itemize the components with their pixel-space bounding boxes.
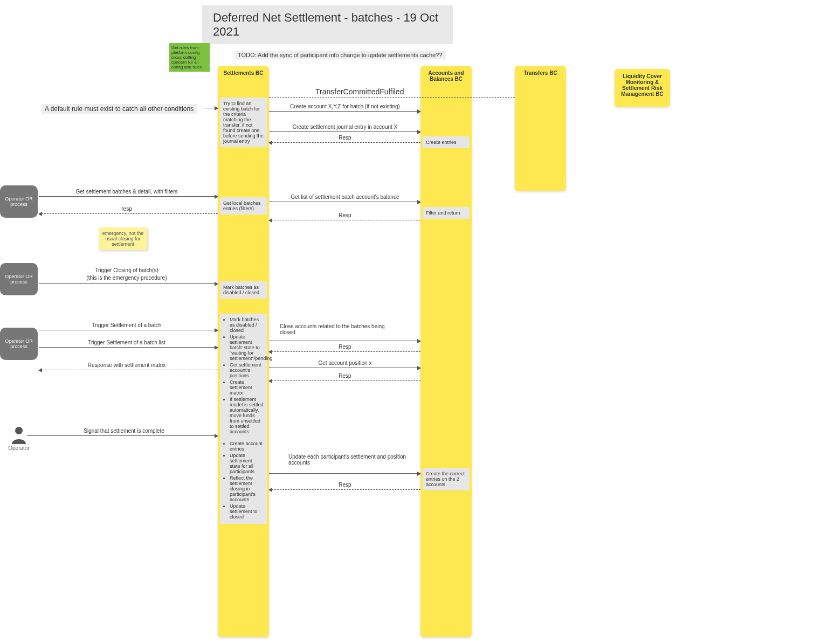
arrow-resp-update [269, 489, 420, 490]
arrow-trigger-settle [39, 330, 218, 330]
arrow-event [269, 97, 515, 98]
lane-transfers: Transfers BC [515, 66, 566, 191]
list-item: Mark batches as disabled / closed [230, 317, 264, 333]
todo-note: TODO: Add the sync of participant info c… [234, 51, 446, 59]
msg-resp-close: Resp [271, 344, 419, 350]
actor-operator-process-1: Operator OR process [0, 185, 38, 218]
arrow-get-balance [269, 202, 420, 202]
msg-get-batches: Get settlement batches & detail, with fi… [43, 189, 210, 195]
arrow-resp1 [39, 213, 218, 214]
lane-liquidity-header: Liquidity Cover Monitoring & Settlement … [615, 69, 670, 101]
arrow-resp-balance [269, 220, 420, 220]
event-transfer-committed: TransferCommittedFulfiled [315, 87, 404, 96]
msg-resp-matrix: Response with settlement matrix [43, 362, 210, 368]
box-create-entries: Create entries [423, 136, 470, 148]
box-settlement-steps-2: Create account entries Update settlement… [220, 438, 267, 524]
list-item: Update settlement to closed [230, 503, 264, 520]
arrow-resp-matrix [39, 370, 218, 370]
list-item: Create settlement matrix [230, 379, 264, 396]
arrow-get-position [269, 368, 420, 368]
box-get-local: Get local batches entries (filters) [220, 197, 267, 214]
msg-get-position: Get account position x [271, 360, 419, 366]
svg-point-0 [15, 427, 23, 434]
msg-close-accounts: Close accounts related to the batches be… [280, 323, 398, 335]
list-item: Reflect the settlement closing in partic… [230, 475, 264, 502]
arrow-trigger-settle-list [39, 347, 218, 348]
box-settlement-steps-1: Mark batches as disabled / closed Update… [220, 314, 267, 439]
list-item: Update settlement batch' state to "waiti… [230, 334, 264, 361]
msg-resp1: resp [43, 206, 210, 212]
emergency-sticky: emergency, not the usual closing for set… [99, 227, 147, 250]
msg-resp-journal: Resp [271, 135, 419, 141]
actor-operator-process-3: Operator OR process [0, 328, 38, 360]
lane-settlements-header: Settlements BC [218, 66, 269, 80]
list-item: If settlement model is settled automatic… [230, 397, 264, 434]
arrow-resp-close [269, 351, 420, 352]
list-item: Update settlement state for all particip… [230, 453, 264, 474]
lane-accounts: Accounts and Balances BC [420, 66, 472, 637]
msg-update-participants: Update each participant's settlement and… [288, 454, 412, 466]
arrow-default-rule [203, 108, 218, 108]
list-item: Get settlement account's positions [230, 362, 264, 378]
diagram-title: Deferred Net Settlement - batches - 19 O… [202, 5, 453, 44]
box-create-correct: Create the correct entries on the 2 acco… [423, 468, 470, 490]
lane-liquidity: Liquidity Cover Monitoring & Settlement … [615, 69, 670, 107]
msg-trigger-closing-sub: (this is the emergency procedure) [43, 275, 210, 281]
actor-operator-label: Operator [8, 445, 29, 451]
msg-get-balance: Get list of settlement batch account's b… [271, 194, 419, 200]
box-find-batch: Try to find an existing batch for the cr… [220, 98, 267, 147]
msg-resp-position: Resp [271, 373, 419, 379]
msg-trigger-closing: Trigger Closing of batch(s) [43, 267, 210, 273]
arrow-resp-position [269, 380, 420, 381]
msg-create-account: Create account X,Y,Z for batch (if not e… [271, 103, 419, 109]
box-mark-disabled: Mark batches as disabled / closed [220, 281, 267, 299]
arrow-create-journal [269, 131, 420, 132]
user-icon [11, 426, 27, 444]
lane-transfers-header: Transfers BC [515, 66, 566, 80]
msg-resp-balance: Resp [271, 212, 419, 218]
arrow-get-batches [39, 196, 218, 197]
green-note: Get rules from platform config cross-cut… [169, 43, 210, 72]
actor-operator: Operator [5, 426, 32, 463]
msg-signal-complete: Signal that settlement is complete [32, 428, 216, 434]
msg-create-journal: Create settlement journal entry in accou… [271, 124, 419, 130]
box-filter-return: Filter and return [423, 207, 470, 219]
default-rule-note: A default rule must exist to catch all o… [42, 104, 197, 114]
msg-trigger-settle: Trigger Settlement of a batch [43, 322, 210, 328]
arrow-update-participants [269, 473, 420, 474]
arrow-create-account [269, 111, 420, 112]
arrow-signal-complete [27, 435, 218, 436]
actor-operator-process-2: Operator OR process [0, 263, 38, 295]
lane-accounts-header: Accounts and Balances BC [420, 66, 472, 86]
arrow-close-accounts [269, 341, 420, 341]
arrow-resp-journal [269, 142, 420, 143]
msg-resp-update: Resp [271, 482, 419, 488]
msg-trigger-settle-list: Trigger Settlement of a batch list [43, 340, 210, 345]
list-item: Create account entries [230, 441, 264, 452]
arrow-trigger-closing [39, 283, 218, 284]
